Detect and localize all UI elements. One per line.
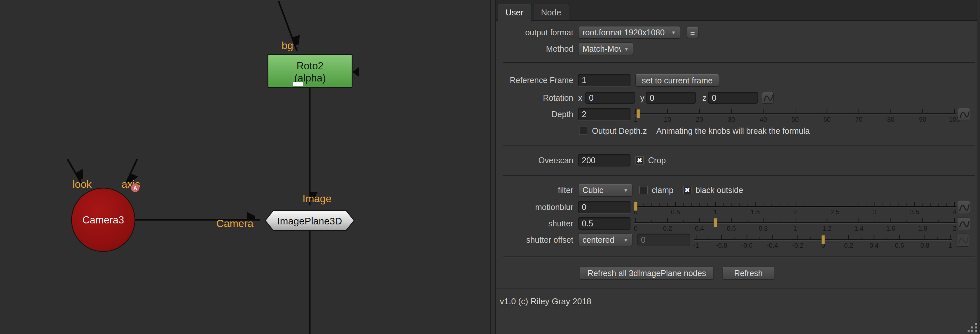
chevron-down-icon: ▼ [624, 46, 629, 52]
section-divider [503, 256, 975, 257]
tab-node[interactable]: Node [533, 4, 569, 20]
overscan-label: Overscan [490, 154, 573, 166]
svg-text:0.4: 0.4 [870, 242, 879, 249]
svg-text:90: 90 [919, 116, 926, 123]
node-imageplane3d[interactable]: ImagePlane3D [265, 210, 354, 231]
rotation-y-input[interactable] [646, 92, 696, 104]
svg-text:20: 20 [696, 116, 703, 123]
motionblur-slider[interactable]: 00.511.522.533.54 [634, 201, 956, 215]
reference-frame-label: Reference Frame [490, 74, 573, 86]
refresh-all-button[interactable]: Refresh all 3dImagePlane nodes [580, 267, 714, 280]
reference-frame-input[interactable] [578, 74, 630, 86]
output-format-label: output format [490, 26, 573, 38]
black-outside-checkbox[interactable]: ✖ [683, 186, 692, 194]
svg-text:1.8: 1.8 [918, 225, 927, 232]
svg-text:0.6: 0.6 [895, 242, 904, 249]
svg-text:2: 2 [953, 225, 956, 232]
svg-text:30: 30 [728, 116, 735, 123]
method-label: Method [490, 43, 573, 55]
svg-text:-1: -1 [693, 242, 699, 249]
shutter-input[interactable] [578, 217, 630, 230]
svg-text:0.2: 0.2 [663, 225, 672, 232]
svg-text:0: 0 [634, 225, 637, 232]
depth-input[interactable] [578, 108, 630, 120]
svg-text:1: 1 [713, 208, 717, 216]
version-text: v1.0 (c) Riley Gray 2018 [500, 296, 591, 307]
node-roto2-title: Roto2 [297, 60, 324, 72]
refresh-button[interactable]: Refresh [722, 267, 774, 280]
animation-badge: A [131, 184, 140, 192]
svg-text:1: 1 [793, 225, 797, 232]
svg-text:60: 60 [823, 116, 830, 123]
animation-curve-button[interactable] [762, 92, 773, 104]
svg-text:0.8: 0.8 [759, 225, 768, 232]
node-camera3[interactable]: Camera3 [72, 188, 135, 252]
panel-right-border [977, 0, 977, 334]
nuke-window: Roto2 (alpha) ImagePlane3D Camera3 bg lo… [0, 0, 980, 334]
output-format-equals-button[interactable]: = [687, 27, 698, 38]
rotation-z-label: z [702, 92, 706, 104]
clamp-label: clamp [652, 184, 674, 196]
svg-text:-0.2: -0.2 [792, 242, 803, 249]
output-depthz-checkbox[interactable] [579, 126, 587, 135]
svg-text:1.5: 1.5 [751, 208, 760, 216]
shutter-label: shutter [490, 217, 573, 230]
crop-label: Crop [648, 154, 666, 166]
method-dropdown[interactable]: Match-Move ▼ [578, 43, 633, 55]
svg-text:1.2: 1.2 [822, 225, 832, 232]
svg-text:4: 4 [953, 208, 956, 216]
output-depthz-label: Output Depth.z [592, 126, 647, 136]
svg-text:-0.6: -0.6 [741, 242, 752, 249]
section-divider [503, 62, 975, 63]
tab-strip-border [496, 20, 980, 21]
svg-text:40: 40 [759, 116, 767, 123]
shutter-slider[interactable]: 00.20.40.60.811.21.41.61.82 [634, 217, 956, 232]
section-divider [503, 175, 975, 176]
section-divider [503, 145, 975, 145]
shutter-offset-amount-input[interactable] [637, 233, 690, 246]
overscan-input[interactable] [578, 154, 630, 166]
svg-text:80: 80 [887, 116, 894, 123]
svg-text:1.6: 1.6 [886, 225, 896, 232]
node-roto2-mask-input-arrow[interactable] [353, 67, 359, 77]
shutter-offset-value: centered [582, 235, 620, 245]
animation-curve-button[interactable] [958, 108, 970, 120]
black-outside-label: black outside [695, 184, 743, 196]
node-imageplane3d-title: ImagePlane3D [277, 216, 342, 226]
filter-dropdown[interactable]: Cubic ▼ [578, 184, 632, 196]
svg-text:2: 2 [793, 208, 797, 216]
tab-user[interactable]: User [497, 4, 532, 22]
animation-curve-button[interactable] [957, 201, 970, 214]
node-roto2[interactable]: Roto2 (alpha) [268, 54, 359, 87]
filter-label: filter [490, 184, 573, 196]
svg-text:10: 10 [664, 116, 671, 123]
depth-slider[interactable]: 1102030405060708090100 [634, 108, 956, 123]
animation-curve-button-disabled [956, 233, 969, 247]
wire-label-camera: Camera [216, 217, 253, 229]
svg-text:-0.8: -0.8 [716, 242, 727, 249]
chevron-down-icon: ▼ [623, 237, 628, 243]
rotation-x-input[interactable] [585, 92, 635, 104]
rotation-z-input[interactable] [708, 92, 758, 104]
output-format-dropdown[interactable]: root.format 1920x1080 ▼ [578, 26, 680, 38]
section-divider [496, 288, 976, 289]
rotation-y-label: y [640, 92, 644, 104]
clamp-checkbox[interactable] [639, 186, 648, 194]
node-graph-canvas[interactable]: Roto2 (alpha) ImagePlane3D Camera3 bg lo… [0, 0, 490, 334]
rotation-x-label: x [578, 92, 582, 104]
motionblur-input[interactable] [578, 201, 630, 213]
svg-text:0.4: 0.4 [695, 225, 704, 232]
svg-text:1: 1 [948, 242, 952, 249]
filter-value: Cubic [582, 185, 620, 195]
svg-text:3.5: 3.5 [910, 208, 919, 216]
wire-label-image: Image [302, 193, 332, 205]
rotation-label: Rotation [490, 92, 573, 104]
animation-curve-button[interactable] [957, 217, 970, 230]
set-current-frame-button[interactable]: set to current frame [635, 74, 719, 86]
svg-text:50: 50 [792, 116, 799, 123]
shutter-offset-dropdown[interactable]: centered ▼ [578, 233, 632, 246]
crop-checkbox[interactable]: ✖ [635, 156, 644, 165]
resize-grip[interactable] [975, 323, 977, 325]
shutter-offset-slider[interactable]: -1-0.8-0.6-0.4-0.200.20.40.60.81 [694, 233, 952, 249]
output-format-value: root.format 1920x1080 [582, 28, 668, 37]
